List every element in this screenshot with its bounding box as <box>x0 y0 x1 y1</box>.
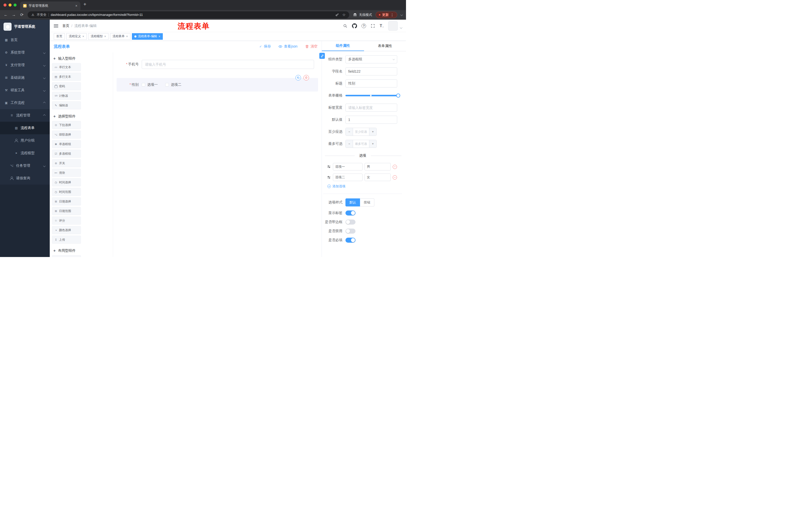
component-row-container[interactable]: 行容器 <box>52 255 81 257</box>
component-single-line-text[interactable]: 单行文本 <box>52 63 81 71</box>
delete-field-button[interactable] <box>303 75 309 80</box>
add-option-button[interactable]: 添加选项 <box>327 184 402 189</box>
disabled-toggle[interactable] <box>345 228 355 234</box>
tagview-process-form[interactable]: 流程表单 <box>110 33 130 40</box>
tab-component-properties[interactable]: 组件属性 <box>322 41 364 51</box>
drag-handle-icon[interactable] <box>327 165 331 169</box>
canvas-field-gender-selected[interactable]: 性别 选项一 选项二 <box>117 78 318 91</box>
search-icon[interactable] <box>343 24 347 28</box>
avatar[interactable] <box>388 21 398 31</box>
update-browser-button[interactable]: 更新 <box>376 11 397 18</box>
help-icon[interactable] <box>361 24 366 28</box>
option1-name-input[interactable] <box>333 163 362 170</box>
chevron-down-icon[interactable] <box>401 13 403 16</box>
component-slider[interactable]: 滑块 <box>52 169 81 177</box>
component-time-range[interactable]: 时间范围 <box>52 188 81 196</box>
style-default-button[interactable]: 默认 <box>345 198 360 207</box>
component-counter[interactable]: 计数器 <box>52 92 81 100</box>
tab-form-properties[interactable]: 表单属性 <box>364 41 406 51</box>
border-toggle[interactable] <box>345 219 355 224</box>
remove-option-button[interactable] <box>393 175 397 180</box>
sidebar-item-workflow[interactable]: 工作流程 <box>0 97 50 109</box>
option2-value-input[interactable] <box>365 173 391 181</box>
sidebar-item-payment[interactable]: 支付管理 <box>0 59 50 72</box>
remove-option-button[interactable] <box>393 165 397 169</box>
gender-option1-checkbox[interactable]: 选项一 <box>142 82 158 87</box>
option1-value-input[interactable] <box>365 163 391 170</box>
component-password[interactable]: 密码 <box>52 82 81 90</box>
sidebar-item-user-group[interactable]: 用户分组 <box>0 134 50 147</box>
forward-icon[interactable] <box>11 13 16 17</box>
minus-button[interactable] <box>346 128 353 136</box>
component-time-picker[interactable]: 时间选择 <box>52 178 81 186</box>
show-label-toggle[interactable] <box>345 211 355 216</box>
tagview-home[interactable]: 首页 <box>54 33 65 40</box>
copy-field-button[interactable] <box>295 75 301 80</box>
required-toggle[interactable] <box>345 238 355 243</box>
grid-slider[interactable] <box>345 95 398 96</box>
field-name-input[interactable] <box>345 67 397 76</box>
github-icon[interactable] <box>352 23 357 28</box>
sidebar-item-leave-query[interactable]: 请假查询 <box>0 172 50 185</box>
url-bar[interactable]: 不安全 dashboard.yudao.iocoder.cn/bpm/manag… <box>28 11 349 18</box>
tag-close-icon[interactable] <box>82 35 84 38</box>
tab-close-icon[interactable] <box>76 4 77 7</box>
hamburger-icon[interactable] <box>54 24 58 27</box>
component-switch[interactable]: 开关 <box>52 159 81 167</box>
tag-close-icon[interactable] <box>158 35 160 38</box>
sidebar-item-system[interactable]: 系统管理 <box>0 46 50 59</box>
sidebar-item-devtools[interactable]: 研发工具 <box>0 84 50 97</box>
clear-button[interactable]: 清空 <box>305 44 318 49</box>
tagview-process-model[interactable]: 流程模型 <box>88 33 109 40</box>
style-button-button[interactable]: 按钮 <box>360 198 374 207</box>
key-icon[interactable] <box>335 13 339 17</box>
sidebar-item-process-model[interactable]: 流程模型 <box>0 147 50 159</box>
fullscreen-icon[interactable] <box>371 24 375 28</box>
component-checkbox-group[interactable]: 多选框组 <box>52 150 81 158</box>
window-close-button[interactable] <box>3 3 6 6</box>
component-rate[interactable]: 评分 <box>52 217 81 224</box>
component-multi-line-text[interactable]: 多行文本 <box>52 73 81 81</box>
save-button[interactable]: 保存 <box>259 44 271 49</box>
minus-button[interactable] <box>346 140 353 147</box>
bookmark-star-icon[interactable] <box>342 13 346 17</box>
gender-option2-checkbox[interactable]: 选项二 <box>165 82 181 87</box>
phone-input[interactable] <box>142 60 314 69</box>
tag-close-icon[interactable] <box>104 35 106 38</box>
reload-icon[interactable] <box>20 13 24 17</box>
label-width-input[interactable] <box>345 104 397 112</box>
view-json-button[interactable]: 查看json <box>279 44 297 49</box>
component-type-select[interactable]: 多选框组 <box>345 55 397 63</box>
tagview-process-definition[interactable]: 流程定义 <box>66 33 87 40</box>
component-upload[interactable]: 上传 <box>52 236 81 244</box>
sidebar-item-infrastructure[interactable]: 基础设施 <box>0 72 50 84</box>
option2-name-input[interactable] <box>333 173 362 181</box>
title-input[interactable] <box>345 79 397 87</box>
window-minimize-button[interactable] <box>8 3 11 6</box>
tagview-process-form-edit[interactable]: 流程表单-编辑 <box>132 33 163 40</box>
tag-close-icon[interactable] <box>126 35 128 38</box>
default-value-input[interactable] <box>345 116 397 124</box>
plus-button[interactable] <box>369 128 376 136</box>
sidebar-item-task-manage[interactable]: 任务管理 <box>0 159 50 172</box>
sidebar-item-process-form[interactable]: 流程表单 <box>0 122 50 134</box>
canvas-field-phone[interactable]: 手机号 <box>117 57 318 72</box>
browser-tab[interactable]: 芋道管理系统 <box>20 1 80 10</box>
plus-button[interactable] <box>369 140 376 147</box>
browser-menu-icon[interactable] <box>390 13 394 17</box>
drag-handle-icon[interactable] <box>327 175 331 179</box>
form-canvas[interactable]: 手机号 <box>113 52 322 257</box>
back-icon[interactable] <box>3 13 8 17</box>
new-tab-button[interactable] <box>83 1 86 7</box>
component-editor[interactable]: 编辑器 <box>52 101 81 109</box>
component-radio-group[interactable]: 单选框组 <box>52 140 81 148</box>
sidebar-item-home[interactable]: 首页 <box>0 34 50 46</box>
component-color-picker[interactable]: 颜色选择 <box>52 226 81 234</box>
chevron-down-icon[interactable] <box>400 26 403 29</box>
font-size-icon[interactable] <box>380 24 384 28</box>
component-select[interactable]: 下拉选择 <box>52 121 81 129</box>
window-zoom-button[interactable] <box>13 3 17 6</box>
slider-handle[interactable] <box>396 93 400 98</box>
component-date-picker[interactable]: 日期选择 <box>52 197 81 206</box>
sidebar-item-process-manage[interactable]: 流程管理 <box>0 109 50 122</box>
